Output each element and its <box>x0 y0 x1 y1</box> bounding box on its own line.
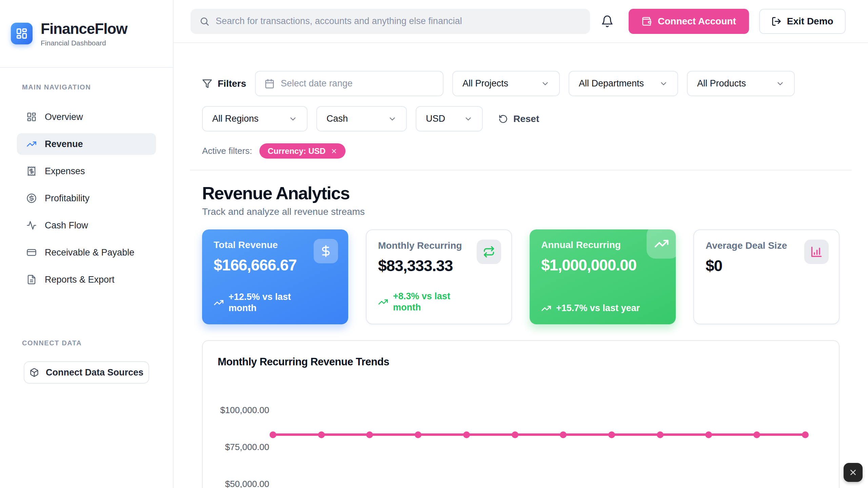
app-logo <box>11 23 33 44</box>
date-range-placeholder: Select date range <box>281 78 353 89</box>
currency-filter-chip[interactable]: Currency: USD <box>259 143 346 159</box>
stat-card-change: +15.7% vs last year <box>541 303 664 314</box>
stat-card-annual-recurring: Annual Recurring $1,000,000.00 +15.7% vs… <box>530 229 676 324</box>
stat-card-total-revenue: Total Revenue $166,666.67 +12.5% vs last… <box>202 229 348 324</box>
sidebar-item-reports-export[interactable]: Reports & Export <box>17 269 156 290</box>
chevron-down-icon <box>659 79 668 88</box>
nav-heading: MAIN NAVIGATION <box>17 83 156 91</box>
reset-filters-button[interactable]: Reset <box>498 114 539 124</box>
stat-card-icon-box <box>477 240 501 264</box>
products-dropdown[interactable]: All Products <box>687 71 795 96</box>
exit-demo-label: Exit Demo <box>787 16 833 27</box>
active-filters-label: Active filters: <box>202 146 252 156</box>
products-dropdown-value: All Products <box>697 78 746 89</box>
stat-card-label: Annual Recurring <box>541 240 664 250</box>
y-axis-tick: $75,000.00 <box>218 442 269 452</box>
data-point[interactable] <box>366 431 373 438</box>
sidebar-item-label: Overview <box>45 112 83 122</box>
stat-card-change-text: +15.7% vs last year <box>556 303 640 314</box>
sidebar-item-overview[interactable]: Overview <box>17 106 156 128</box>
reset-label: Reset <box>513 114 539 124</box>
data-point[interactable] <box>802 431 809 438</box>
filters-label-text: Filters <box>218 78 246 89</box>
active-filters-row: Active filters: Currency: USD <box>202 143 840 159</box>
data-point[interactable] <box>415 431 421 438</box>
sidebar-item-profitability[interactable]: Profitability <box>17 187 156 209</box>
stat-card-icon-box <box>314 239 338 263</box>
floating-close-button[interactable] <box>844 463 863 482</box>
sidebar-item-revenue[interactable]: Revenue <box>17 133 156 155</box>
content: Filters Select date range All Projects <box>174 43 868 488</box>
connect-account-button[interactable]: Connect Account <box>629 9 749 34</box>
data-point[interactable] <box>318 431 325 438</box>
filters-section: Filters Select date range All Projects <box>202 71 840 159</box>
credit-card-icon <box>26 247 37 258</box>
close-icon[interactable] <box>331 148 337 155</box>
close-icon <box>849 468 857 477</box>
data-point[interactable] <box>705 431 712 438</box>
data-point[interactable] <box>560 431 567 438</box>
data-point[interactable] <box>512 431 518 438</box>
accounting-basis-dropdown[interactable]: Cash <box>316 106 407 131</box>
repeat-icon <box>483 246 495 258</box>
projects-dropdown-value: All Projects <box>462 78 508 89</box>
connect-data-heading: CONNECT DATA <box>17 339 156 347</box>
sidebar-item-receivable-payable[interactable]: Receivable & Payable <box>17 242 156 263</box>
chart-title: Monthly Recurring Revenue Trends <box>218 356 824 368</box>
regions-dropdown-value: All Regions <box>212 114 259 124</box>
trending-up-icon <box>541 303 551 313</box>
connect-account-label: Connect Account <box>658 16 736 27</box>
stat-card-change: +12.5% vs last month <box>214 291 337 314</box>
currency-dropdown-value: USD <box>426 114 445 124</box>
filter-row-2: All Regions Cash USD <box>202 106 840 131</box>
sidebar-item-label: Expenses <box>45 166 85 177</box>
sidebar-item-label: Receivable & Payable <box>45 247 134 258</box>
file-text-icon <box>26 274 37 285</box>
topbar: Connect Account Exit Demo <box>174 0 868 43</box>
connect-data-sources-label: Connect Data Sources <box>46 367 143 378</box>
stat-card-average-deal-size: Average Deal Size $0 <box>693 229 840 324</box>
data-point[interactable] <box>657 431 664 438</box>
departments-dropdown[interactable]: All Departments <box>569 71 678 96</box>
projects-dropdown[interactable]: All Projects <box>452 71 560 96</box>
main-navigation: MAIN NAVIGATION Overview Revenue Expense… <box>0 68 173 488</box>
mrr-trends-chart-card: Monthly Recurring Revenue Trends $100,00… <box>202 340 840 488</box>
exit-demo-button[interactable]: Exit Demo <box>759 9 846 34</box>
sidebar-item-cash-flow[interactable]: Cash Flow <box>17 215 156 236</box>
chart-canvas: $100,000.00 $75,000.00 $50,000.00 <box>218 381 824 488</box>
sidebar-item-label: Cash Flow <box>45 220 88 231</box>
data-point[interactable] <box>270 431 276 438</box>
y-axis-tick: $50,000.00 <box>218 479 269 488</box>
regions-dropdown[interactable]: All Regions <box>202 106 308 131</box>
data-point[interactable] <box>753 431 760 438</box>
y-axis-tick: $100,000.00 <box>218 405 269 415</box>
data-point[interactable] <box>463 431 470 438</box>
stat-card-change-text: +12.5% vs last month <box>229 291 301 314</box>
chevron-down-icon <box>388 115 397 123</box>
filter-row-1: Filters Select date range All Projects <box>202 71 840 96</box>
page-subtitle: Track and analyze all revenue streams <box>202 206 840 217</box>
bell-icon <box>601 15 614 28</box>
brand-text: FinanceFlow Financial Dashboard <box>41 20 127 47</box>
stat-card-icon-box <box>647 229 676 259</box>
sidebar-item-expenses[interactable]: Expenses <box>17 160 156 182</box>
dashboard-logo-icon <box>16 27 28 40</box>
connect-data-sources-button[interactable]: Connect Data Sources <box>24 361 149 384</box>
notifications-button[interactable] <box>601 15 614 28</box>
dollar-icon <box>319 245 332 258</box>
stat-card-icon-box <box>804 240 829 264</box>
sidebar: FinanceFlow Financial Dashboard MAIN NAV… <box>0 0 174 488</box>
search-icon <box>199 16 210 26</box>
sidebar-item-label: Reports & Export <box>45 274 115 285</box>
date-range-input[interactable]: Select date range <box>255 71 443 96</box>
search-input[interactable] <box>216 16 581 26</box>
data-point[interactable] <box>608 431 615 438</box>
trending-up-icon <box>214 298 224 308</box>
chevron-down-icon <box>464 115 473 123</box>
currency-dropdown[interactable]: USD <box>416 106 483 131</box>
trending-up-icon <box>654 236 669 251</box>
departments-dropdown-value: All Departments <box>579 78 644 89</box>
page-title: Revenue Analytics <box>202 183 840 203</box>
main-area: Connect Account Exit Demo Filters <box>174 0 868 488</box>
chevron-down-icon <box>776 79 785 88</box>
